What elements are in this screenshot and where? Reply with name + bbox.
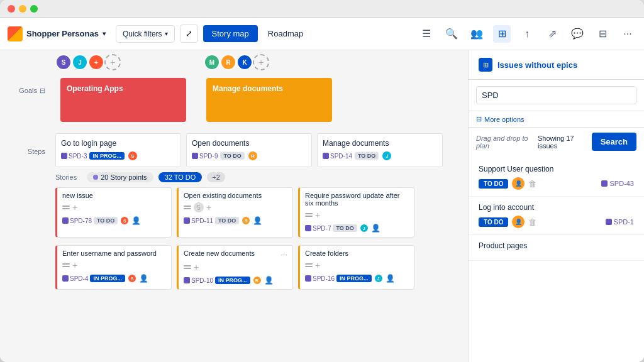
goals-row: Goals ⊟ S J + + xyxy=(0,50,468,131)
drag-drop-text: Drag and drop to plan xyxy=(476,134,533,150)
status-badge: TO DO xyxy=(215,217,239,224)
panel-header: ⊞ Issues without epics xyxy=(469,50,644,80)
list-icon[interactable]: ☰ xyxy=(418,25,435,43)
tab-roadmap[interactable]: Roadmap xyxy=(259,25,312,42)
avatar: R xyxy=(247,150,258,162)
panel-avatar: 👤 xyxy=(512,177,525,190)
add-icon[interactable]: + xyxy=(72,260,77,270)
story-card-6: Create folders + SPD-16 IN PROG... J 👤 xyxy=(298,245,414,290)
right-panel: ⊞ Issues without epics ⊟ More options Dr… xyxy=(468,50,644,362)
epic-card-operating[interactable]: Operating Apps xyxy=(60,78,186,122)
epic-title: Operating Apps xyxy=(67,84,123,93)
share-icon[interactable]: ⇗ xyxy=(543,25,561,43)
lines-icon xyxy=(62,206,70,209)
goals-label: Goals xyxy=(19,87,37,94)
story-title: Create folders xyxy=(305,250,409,257)
more-options-button[interactable]: ⊟ More options xyxy=(469,111,644,128)
chevron-down-icon: ▾ xyxy=(165,30,168,37)
close-button[interactable] xyxy=(8,5,15,13)
panel-status-badge: TO DO xyxy=(479,179,508,189)
search-icon[interactable]: 🔍 xyxy=(443,25,460,43)
panel-item-title: Product pages xyxy=(479,241,634,250)
filter-icon: ⊟ xyxy=(476,115,482,123)
minimize-button[interactable] xyxy=(19,5,26,13)
panel-icon: ⊞ xyxy=(479,58,492,72)
story-card-1: new issue + SPD-78 TO DO S 👤 xyxy=(55,187,172,238)
steps-label: Steps xyxy=(28,148,45,155)
step-footer: SPD-3 IN PROG... S xyxy=(61,150,175,162)
add-icon[interactable]: + xyxy=(194,262,199,272)
story-map-label: Story map xyxy=(212,29,249,38)
app-dropdown-icon[interactable]: ▾ xyxy=(103,30,106,37)
steps-row: Go to login page SPD-3 IN PROG... S Open… xyxy=(50,133,468,170)
title-bar xyxy=(0,0,644,18)
panel-item-2: Log into account TO DO 👤 🗑 SPD-1 xyxy=(469,197,644,235)
story-footer: SPD-78 TO DO S 👤 xyxy=(62,216,166,226)
person-icon: 👤 xyxy=(386,274,395,283)
app-logo[interactable]: Shopper Personas ▾ xyxy=(8,26,106,41)
step-footer: SPD-9 TO DO R xyxy=(192,150,306,162)
status-badge: IN PROG... xyxy=(89,152,125,160)
people-icon[interactable]: 👥 xyxy=(468,25,486,43)
chat-icon[interactable]: 💬 xyxy=(569,25,586,43)
avatar[interactable]: + xyxy=(88,54,104,70)
story-card-2: Open existing documents 5 + SPD-11 TO DO… xyxy=(177,187,293,238)
issue-icon xyxy=(323,153,329,159)
issue-id: SPD-11 xyxy=(184,217,213,224)
story-title: new issue xyxy=(62,192,166,199)
epic-title: Manage documents xyxy=(213,84,283,93)
issue-icon xyxy=(192,153,198,159)
expand-button[interactable]: ⤢ xyxy=(180,25,198,43)
todo-count-badge: 32 TO DO xyxy=(158,172,203,182)
avatar: J xyxy=(374,273,384,283)
archive-icon[interactable]: ⊟ xyxy=(594,25,611,43)
more-options-icon[interactable]: ··· xyxy=(280,250,287,259)
avatar: S xyxy=(127,150,138,162)
avatar[interactable]: R xyxy=(220,54,236,70)
board-icon[interactable]: ⊞ xyxy=(493,25,511,43)
plus-label: +2 xyxy=(212,173,220,181)
maximize-button[interactable] xyxy=(30,5,38,13)
upload-icon[interactable]: ↑ xyxy=(518,25,536,43)
delete-icon[interactable]: 🗑 xyxy=(528,179,536,189)
app-window: Shopper Personas ▾ Quick filters ▾ ⤢ Sto… xyxy=(0,0,644,362)
panel-item-title: Support User question xyxy=(479,165,634,173)
issue-id: SPD-3 xyxy=(61,153,87,160)
step-card-2: Open documents SPD-9 TO DO R xyxy=(186,133,312,167)
issue-icon xyxy=(606,219,612,225)
issue-icon xyxy=(62,275,69,282)
roadmap-label: Roadmap xyxy=(268,29,303,38)
epic-card-manage[interactable]: Manage documents xyxy=(206,78,332,122)
more-icon[interactable]: ··· xyxy=(619,25,636,43)
person-icon: 👤 xyxy=(371,224,380,233)
add-icon[interactable]: + xyxy=(315,260,320,270)
search-input[interactable] xyxy=(476,86,636,104)
add-avatar-icon[interactable]: + xyxy=(104,54,121,70)
avatar[interactable]: K xyxy=(236,54,253,70)
person-icon: 👤 xyxy=(264,276,274,285)
tab-story-map[interactable]: Story map xyxy=(203,25,258,42)
search-actions-row: Drag and drop to plan Showing 17 issues … xyxy=(469,128,644,156)
goals-filter-icon[interactable]: ⊟ xyxy=(40,87,45,95)
panel-item-title: Log into account xyxy=(479,203,634,212)
story-footer: SPD-11 TO DO R 👤 xyxy=(184,216,287,226)
avatar[interactable]: S xyxy=(55,54,72,70)
add-icon[interactable]: + xyxy=(206,202,211,212)
quick-filters-button[interactable]: Quick filters ▾ xyxy=(116,25,175,43)
avatar[interactable]: J xyxy=(72,54,88,70)
avatar[interactable]: M xyxy=(204,54,220,70)
story-points-badge: 20 Story points xyxy=(87,172,153,182)
todo-label: 32 TO DO xyxy=(165,173,196,181)
showing-count: Showing 17 issues xyxy=(538,134,587,150)
panel-title: Issues without epics xyxy=(497,60,577,70)
status-badge: TO DO xyxy=(333,224,357,232)
avatar: R xyxy=(241,216,251,226)
panel-item-footer: TO DO 👤 🗑 SPD-1 xyxy=(479,216,634,228)
add-icon[interactable]: + xyxy=(315,210,320,220)
epics-row: Operating Apps Manage documents xyxy=(55,73,463,127)
add-icon[interactable]: + xyxy=(72,202,77,212)
person-icon: 👤 xyxy=(139,274,148,283)
search-button[interactable]: Search xyxy=(592,133,636,151)
add-avatar-icon[interactable]: + xyxy=(253,54,269,70)
delete-icon[interactable]: 🗑 xyxy=(528,217,536,227)
